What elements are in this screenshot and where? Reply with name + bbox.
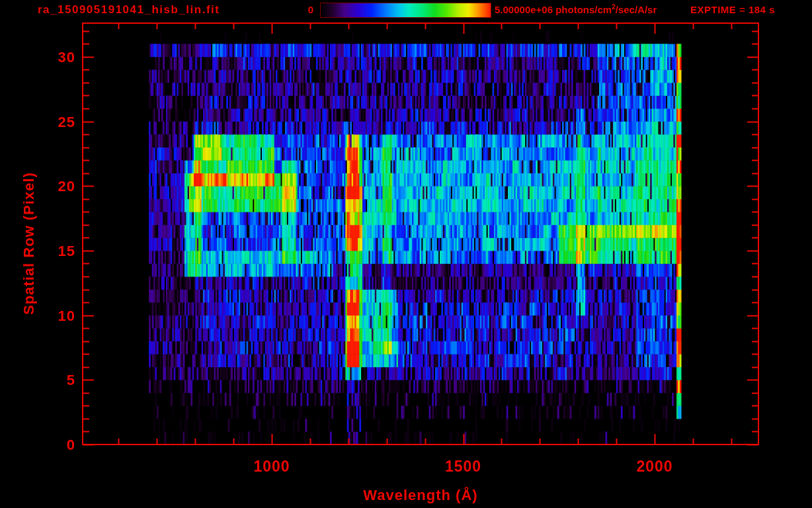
- colorbar-max-text: 5.00000e+06 photons/cm: [495, 4, 612, 15]
- y-tick-label: 0: [34, 437, 75, 454]
- x-tick-label: 2000: [636, 458, 672, 476]
- x-tick-label: 1500: [445, 458, 481, 476]
- y-tick-label: 20: [34, 178, 75, 195]
- spectrogram-canvas: [0, 0, 812, 508]
- colorbar-max-superscript: 2: [612, 3, 616, 11]
- plot-window: ra_150905191041_hisb_lin.fit 0 5.00000e+…: [0, 0, 812, 508]
- colorbar-gradient: [320, 3, 491, 18]
- colorbar-max-units: /sec/A/sr: [616, 4, 657, 15]
- x-axis-title: Wavelength (Å): [363, 487, 477, 504]
- y-tick-label: 10: [34, 308, 75, 325]
- y-tick-label: 25: [34, 114, 75, 131]
- file-title: ra_150905191041_hisb_lin.fit: [38, 3, 220, 17]
- y-tick-label: 5: [34, 372, 75, 389]
- colorbar-max-label: 5.00000e+06 photons/cm2/sec/A/sr: [495, 4, 657, 15]
- colorbar-min-label: 0: [284, 4, 313, 15]
- exptime-label: EXPTIME = 184 s: [690, 4, 775, 15]
- y-tick-label: 15: [34, 243, 75, 260]
- y-tick-label: 30: [34, 49, 75, 66]
- x-tick-label: 1000: [253, 458, 290, 476]
